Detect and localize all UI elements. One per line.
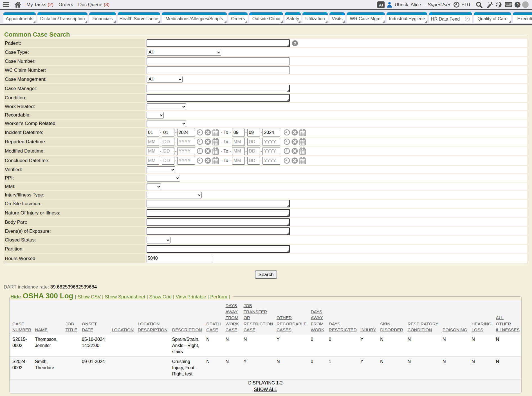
svg-text:?: ? <box>516 3 519 7</box>
svg-text:?: ? <box>294 41 296 46</box>
svg-text:AI: AI <box>379 3 383 7</box>
